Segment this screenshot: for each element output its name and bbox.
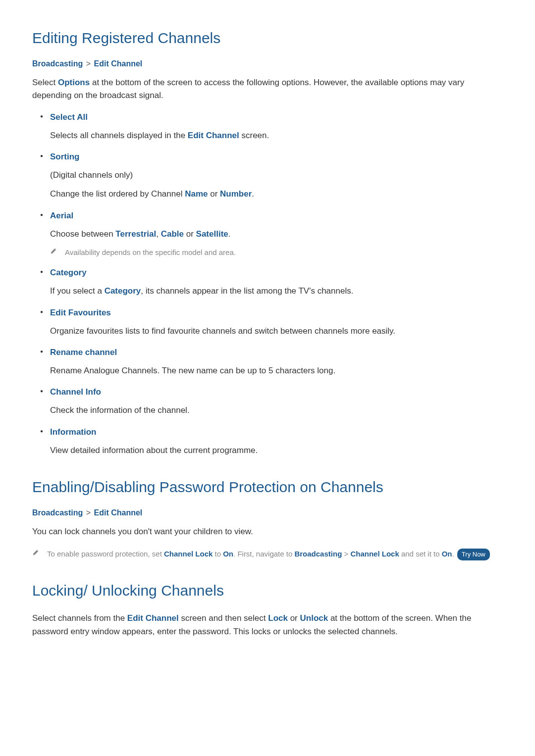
text: at the bottom of the screen to access th…	[32, 78, 464, 100]
section-password-protection: Enabling/Disabling Password Protection o…	[32, 479, 503, 560]
option-body: If you select a Category, its channels a…	[50, 285, 503, 298]
option-title: Aerial	[50, 211, 503, 221]
options-link: Options	[58, 78, 90, 87]
option-select-all: Select All Selects all channels displaye…	[32, 112, 503, 142]
option-body: Selects all channels displayed in the Ed…	[50, 129, 503, 142]
text: Select	[32, 78, 58, 87]
text: screen.	[239, 131, 269, 140]
note-row: To enable password protection, set Chann…	[32, 548, 503, 560]
breadcrumb-item: Edit Channel	[94, 508, 143, 517]
option-body: Rename Analogue Channels. The new name c…	[50, 364, 503, 377]
chevron-right-icon: >	[86, 508, 91, 517]
breadcrumb-item: Broadcasting	[32, 59, 83, 68]
text: .	[452, 550, 456, 558]
note-text: To enable password protection, set Chann…	[47, 548, 490, 560]
option-title: Channel Info	[50, 387, 503, 397]
text: Selects all channels displayed in the	[50, 131, 188, 140]
option-body: Check the information of the channel.	[50, 404, 503, 417]
option-title: Sorting	[50, 152, 503, 162]
text: , its channels appear in the list among …	[141, 286, 353, 296]
inline-link: Category	[105, 286, 141, 296]
options-list: Select All Selects all channels displaye…	[32, 112, 503, 457]
inline-link: Edit Channel	[127, 613, 179, 623]
text: or	[208, 189, 220, 199]
inline-link: Satellite	[196, 229, 228, 239]
option-sorting: Sorting (Digital channels only) Change t…	[32, 152, 503, 201]
breadcrumb: Broadcasting > Edit Channel	[32, 59, 503, 68]
text: To enable password protection, set	[47, 550, 164, 558]
option-body: (Digital channels only)	[50, 169, 503, 182]
inline-link: Channel Lock	[164, 550, 213, 558]
body-text: Select channels from the Edit Channel sc…	[32, 612, 503, 638]
option-title: Edit Favourites	[50, 308, 503, 318]
inline-link: On	[442, 550, 452, 558]
option-body: View detailed information about the curr…	[50, 444, 503, 457]
pencil-icon	[32, 549, 39, 556]
text: Choose between	[50, 229, 115, 239]
option-rename-channel: Rename channel Rename Analogue Channels.…	[32, 348, 503, 377]
option-title: Rename channel	[50, 348, 503, 357]
inline-link: Terrestrial	[115, 229, 156, 239]
note-row: Availability depends on the specific mod…	[50, 247, 503, 258]
note-text: Availability depends on the specific mod…	[65, 247, 236, 258]
inline-link: Cable	[161, 229, 184, 239]
breadcrumb-item: Edit Channel	[94, 59, 143, 68]
intro-text: Select Options at the bottom of the scre…	[32, 76, 503, 102]
option-body: Change the list ordered by Channel Name …	[50, 188, 503, 201]
breadcrumb-item: Broadcasting	[32, 508, 83, 517]
text: or	[288, 613, 300, 623]
option-body: Organize favourites lists to find favour…	[50, 325, 503, 338]
text: If you select a	[50, 286, 105, 296]
text: .	[252, 189, 254, 199]
section-editing-channels: Editing Registered Channels Broadcasting…	[32, 30, 503, 457]
section-title: Enabling/Disabling Password Protection o…	[32, 479, 503, 496]
option-title: Category	[50, 268, 503, 278]
inline-link: Unlock	[300, 613, 328, 623]
text: screen and then select	[179, 613, 268, 623]
inline-link: On	[223, 550, 233, 558]
option-category: Category If you select a Category, its c…	[32, 268, 503, 298]
text: Change the list ordered by Channel	[50, 189, 185, 199]
inline-link: Number	[220, 189, 252, 199]
chevron-right-icon: >	[86, 59, 91, 68]
breadcrumb: Broadcasting > Edit Channel	[32, 508, 503, 517]
text: to	[213, 550, 223, 558]
section-title: Locking/ Unlocking Channels	[32, 582, 503, 599]
intro-text: You can lock channels you don't want you…	[32, 525, 503, 538]
option-title: Select All	[50, 112, 503, 122]
chevron-right-icon: >	[342, 550, 350, 558]
text: ,	[156, 229, 160, 239]
try-now-button[interactable]: Try Now	[457, 549, 490, 560]
option-aerial: Aerial Choose between Terrestrial, Cable…	[32, 211, 503, 258]
text: .	[228, 229, 231, 239]
inline-link: Edit Channel	[188, 131, 239, 140]
option-information: Information View detailed information ab…	[32, 427, 503, 457]
text: Select channels from the	[32, 613, 127, 623]
option-channel-info: Channel Info Check the information of th…	[32, 387, 503, 417]
text: and set it to	[399, 550, 442, 558]
section-title: Editing Registered Channels	[32, 30, 503, 47]
pencil-icon	[50, 248, 57, 254]
text: . First, navigate to	[233, 550, 294, 558]
option-edit-favourites: Edit Favourites Organize favourites list…	[32, 308, 503, 338]
option-title: Information	[50, 427, 503, 437]
option-body: Choose between Terrestrial, Cable or Sat…	[50, 228, 503, 241]
text: or	[184, 229, 196, 239]
inline-link: Broadcasting	[294, 550, 342, 558]
section-locking-channels: Locking/ Unlocking Channels Select chann…	[32, 582, 503, 638]
inline-link: Channel Lock	[350, 550, 399, 558]
inline-link: Name	[185, 189, 208, 199]
inline-link: Lock	[268, 613, 288, 623]
